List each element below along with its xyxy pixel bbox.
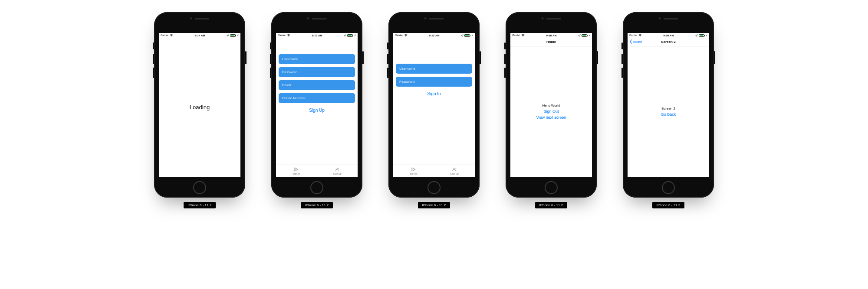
tab-signin[interactable]: Sign In <box>276 165 317 177</box>
status-bar: Carrier 9:08 AM ⚡︎ <box>510 33 592 38</box>
charging-icon: ⚡︎ <box>237 34 239 37</box>
carrier-label: Carrier <box>395 34 403 36</box>
home-button[interactable] <box>427 181 441 194</box>
chevron-left-icon <box>629 39 632 45</box>
device-caption: iPhone 6 - 11.2 <box>184 202 216 208</box>
phone-frame: Carrier 9:13 AM ⚡︎ <box>271 12 362 198</box>
status-bar: Carrier 9:08 AM ⚡︎ <box>628 33 709 38</box>
location-icon <box>344 34 346 36</box>
carrier-label: Carrier <box>512 34 520 36</box>
device-home: Carrier 9:08 AM ⚡︎ Home <box>506 12 597 289</box>
screen: Carrier 9:08 AM ⚡︎ <box>628 33 709 177</box>
tab-signup-label: Sign Up <box>450 172 459 175</box>
location-icon <box>695 34 698 36</box>
charging-icon: ⚡︎ <box>589 34 590 37</box>
tab-signin-label: Sign In <box>293 172 300 175</box>
back-label: Home <box>633 40 642 44</box>
charging-icon: ⚡︎ <box>354 34 356 37</box>
status-bar: Carrier 9:14 AM ⚡︎ <box>159 33 240 38</box>
phone-frame: Carrier 9:14 AM ⚡︎ Loading <box>154 12 245 198</box>
tab-signup[interactable]: Sign Up <box>434 165 475 177</box>
phone-field[interactable] <box>279 93 355 103</box>
play-icon <box>294 167 299 172</box>
signin-button[interactable]: Sign In <box>425 90 442 98</box>
clock: 9:13 AM <box>312 34 322 37</box>
screen: Carrier 9:12 AM ⚡︎ Sign I <box>393 33 475 177</box>
user-plus-icon <box>452 167 457 172</box>
device-caption: iPhone 6 - 11.2 <box>535 202 567 208</box>
tab-bar: Sign In Sign Up <box>393 165 475 177</box>
location-icon <box>578 34 581 36</box>
password-field[interactable] <box>396 77 472 87</box>
phone-frame: Carrier 9:12 AM ⚡︎ Sign I <box>388 12 480 198</box>
tab-signin-label: Sign In <box>410 172 417 175</box>
screen: Carrier 9:13 AM ⚡︎ <box>276 33 358 177</box>
home-button[interactable] <box>193 181 206 194</box>
device-loading: Carrier 9:14 AM ⚡︎ Loading <box>154 12 245 289</box>
email-field[interactable] <box>279 80 355 90</box>
wifi-icon <box>170 34 173 36</box>
location-icon <box>461 34 464 36</box>
location-icon <box>227 34 229 36</box>
device-screen2: Carrier 9:08 AM ⚡︎ <box>623 12 714 289</box>
username-field[interactable] <box>279 54 355 64</box>
view-next-button[interactable]: View next screen <box>536 115 566 120</box>
phone-frame: Carrier 9:08 AM ⚡︎ Home <box>506 12 597 198</box>
home-button[interactable] <box>545 181 558 194</box>
screen: Carrier 9:14 AM ⚡︎ Loading <box>159 33 240 177</box>
user-plus-icon <box>335 167 340 172</box>
svg-point-0 <box>336 168 338 169</box>
nav-title: Home <box>546 40 556 44</box>
wifi-icon <box>638 34 642 36</box>
carrier-label: Carrier <box>629 34 637 36</box>
charging-icon: ⚡︎ <box>706 34 707 37</box>
device-signin: Carrier 9:12 AM ⚡︎ Sign I <box>388 12 480 289</box>
screen: Carrier 9:08 AM ⚡︎ Home <box>510 33 592 177</box>
status-bar: Carrier 9:13 AM ⚡︎ <box>276 33 358 38</box>
home-button[interactable] <box>662 181 675 194</box>
device-caption: iPhone 6 - 11.2 <box>652 202 684 208</box>
battery-icon <box>582 34 587 37</box>
loading-label: Loading <box>190 104 210 110</box>
tab-signin[interactable]: Sign In <box>393 165 434 177</box>
tab-bar: Sign In Sign Up <box>276 165 358 177</box>
battery-icon <box>699 34 704 37</box>
device-signup: Carrier 9:13 AM ⚡︎ <box>271 12 362 289</box>
password-field[interactable] <box>279 67 355 77</box>
screen2-label: Screen 2 <box>661 107 675 110</box>
battery-icon <box>230 34 236 37</box>
charging-icon: ⚡︎ <box>471 34 473 37</box>
signup-button[interactable]: Sign Up <box>307 106 326 114</box>
clock: 9:14 AM <box>195 34 205 37</box>
tab-signup-label: Sign Up <box>333 172 342 175</box>
clock: 9:08 AM <box>664 34 674 37</box>
device-caption: iPhone 6 - 11.2 <box>418 202 450 208</box>
carrier-label: Carrier <box>278 34 286 36</box>
tab-signup[interactable]: Sign Up <box>317 165 358 177</box>
status-bar: Carrier 9:12 AM ⚡︎ <box>393 33 475 38</box>
battery-icon <box>464 34 470 37</box>
goback-button[interactable]: Go Back <box>661 112 676 117</box>
svg-point-1 <box>453 168 455 169</box>
carrier-label: Carrier <box>161 34 168 36</box>
nav-bar: Home <box>510 38 592 46</box>
nav-title: Screen 2 <box>661 40 675 44</box>
wifi-icon <box>404 34 408 36</box>
nav-bar: Home Screen 2 <box>628 38 709 46</box>
wifi-icon <box>521 34 525 36</box>
username-field[interactable] <box>396 64 472 74</box>
signout-button[interactable]: Sign Out <box>543 109 559 114</box>
battery-icon <box>347 34 353 37</box>
clock: 9:08 AM <box>546 34 557 37</box>
play-icon <box>411 167 416 172</box>
back-button[interactable]: Home <box>629 38 642 46</box>
clock: 9:12 AM <box>429 34 440 37</box>
hello-label: Hello World <box>542 104 560 107</box>
home-button[interactable] <box>310 181 323 194</box>
device-caption: iPhone 6 - 11.2 <box>301 202 333 208</box>
phone-frame: Carrier 9:08 AM ⚡︎ <box>623 12 714 198</box>
wifi-icon <box>287 34 290 36</box>
